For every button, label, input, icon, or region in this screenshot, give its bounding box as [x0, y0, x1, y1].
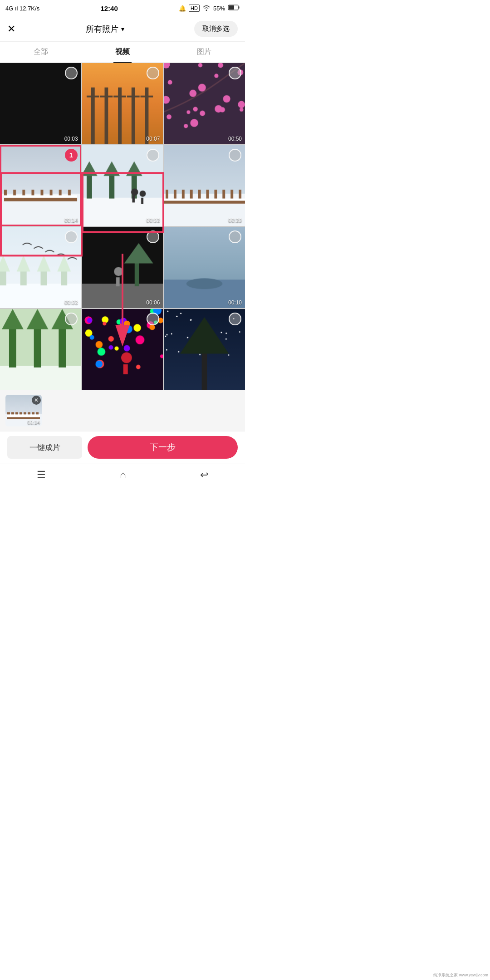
video-duration: 00:07 [146, 136, 160, 142]
grid-item[interactable]: 00:07 [82, 63, 163, 144]
remove-selected-button[interactable]: ✕ [32, 396, 41, 405]
battery-text: 55% [213, 5, 225, 12]
battery-icon [228, 5, 240, 12]
status-left: 4G ıl 12.7K/s [5, 5, 39, 12]
select-circle[interactable]: 1 [65, 149, 78, 162]
signal-text: 4G ıl 12.7K/s [5, 5, 39, 12]
select-circle[interactable] [229, 67, 241, 79]
auto-create-button[interactable]: 一键成片 [7, 436, 82, 459]
select-circle[interactable] [229, 313, 241, 325]
grid-item[interactable]: 00:03 [0, 63, 81, 144]
close-button[interactable]: ✕ [7, 23, 15, 35]
header: ✕ 所有照片 ▾ 取消多选 [0, 16, 245, 42]
video-duration: 00:14 [64, 217, 78, 224]
select-circle[interactable] [65, 67, 78, 79]
grid-item[interactable]: 00:50 [164, 63, 245, 144]
bottom-nav: ☰ ⌂ ↩ [0, 464, 245, 486]
grid-item[interactable]: 00:10 [164, 227, 245, 308]
tab-photo[interactable]: 图片 [163, 42, 245, 62]
back-icon[interactable]: ↩ [200, 469, 208, 481]
home-icon[interactable]: ⌂ [120, 469, 126, 481]
video-duration: 00:30 [228, 217, 242, 224]
tab-video[interactable]: 视频 [82, 42, 163, 62]
cancel-multi-button[interactable]: 取消多选 [194, 21, 238, 37]
select-circle[interactable] [65, 230, 78, 243]
status-time: 12:40 [100, 5, 118, 12]
wifi-icon [202, 5, 211, 12]
select-circle[interactable] [65, 313, 78, 325]
grid-item[interactable]: 00:30 [164, 145, 245, 226]
chevron-down-icon: ▾ [121, 25, 124, 33]
selected-strip: ✕ 00:14 [0, 390, 245, 431]
tabs: 全部 视频 图片 [0, 42, 245, 63]
menu-icon[interactable]: ☰ [37, 469, 46, 481]
album-title[interactable]: 所有照片 ▾ [86, 24, 124, 34]
video-duration: 00:06 [146, 299, 160, 306]
svg-rect-2 [238, 6, 239, 9]
video-duration: 00:50 [228, 136, 242, 142]
selected-item: ✕ 00:14 [5, 395, 42, 426]
grid-item[interactable]: 00:03 [0, 227, 81, 308]
video-duration: 00:03 [64, 136, 78, 142]
status-bar: 4G ıl 12.7K/s 12:40 🔔 HD 55% [0, 0, 245, 16]
select-circle[interactable] [147, 149, 159, 162]
grid-item[interactable]: 1 00:14 [0, 145, 81, 226]
status-right: 🔔 HD 55% [179, 5, 240, 12]
selected-duration: 00:14 [27, 420, 40, 425]
notif-icon: 🔔 [179, 5, 186, 12]
grid-item[interactable] [82, 309, 163, 390]
grid-item[interactable] [164, 309, 245, 390]
next-button[interactable]: 下一步 [88, 436, 238, 459]
svg-rect-1 [229, 5, 234, 10]
video-duration: 00:03 [146, 217, 160, 224]
select-circle[interactable] [229, 149, 241, 162]
grid-item[interactable]: 00:06 [82, 227, 163, 308]
hd-badge: HD [189, 5, 200, 12]
tab-all[interactable]: 全部 [0, 42, 82, 62]
album-name: 所有照片 [86, 24, 118, 34]
grid-item[interactable] [0, 309, 81, 390]
grid-item[interactable]: 00:03 [82, 145, 163, 226]
bottom-actions: 一键成片 下一步 [0, 431, 245, 464]
media-grid: 00:03 00:07 00:50 1 00:14 00:03 00:30 00… [0, 63, 245, 390]
video-duration: 00:10 [228, 299, 242, 306]
video-duration: 00:03 [64, 299, 78, 306]
